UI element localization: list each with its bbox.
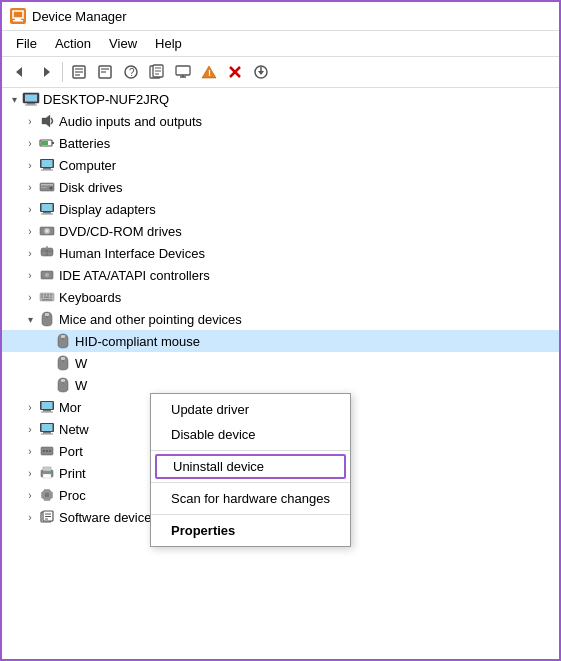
svg-rect-73	[61, 357, 65, 360]
svg-point-87	[49, 450, 51, 452]
tree-node-hid[interactable]: › Human Interface Devices	[2, 242, 559, 264]
svg-rect-38	[42, 160, 53, 167]
svg-rect-62	[47, 294, 49, 296]
device-tree[interactable]: ▾ DESKTOP-NUF2JRQ › Audio inp	[2, 88, 559, 659]
printers-expander[interactable]: ›	[22, 465, 38, 481]
menu-file[interactable]: File	[8, 33, 45, 54]
svg-rect-35	[52, 142, 54, 144]
svg-rect-64	[41, 297, 43, 299]
back-button[interactable]	[8, 60, 32, 84]
audio-icon	[38, 112, 56, 130]
tree-node-keyboards[interactable]: › Keyboards	[2, 286, 559, 308]
svg-rect-78	[43, 410, 51, 412]
keyboard-icon	[38, 288, 56, 306]
menu-view[interactable]: View	[101, 33, 145, 54]
mouse-w2-icon	[54, 376, 72, 394]
svg-rect-19	[176, 66, 190, 75]
svg-rect-46	[42, 204, 53, 211]
tree-node-display[interactable]: › Display adapters	[2, 198, 559, 220]
forward-button[interactable]	[34, 60, 58, 84]
hid-label: Human Interface Devices	[59, 246, 205, 261]
tree-node-ide[interactable]: › IDE ATA/ATAPI controllers	[2, 264, 559, 286]
processors-label: Proc	[59, 488, 86, 503]
monitors-expander[interactable]: ›	[22, 399, 38, 415]
hid-icon	[38, 244, 56, 262]
scan-button[interactable]	[145, 60, 169, 84]
svg-rect-67	[42, 299, 52, 301]
ctx-disable-device[interactable]: Disable device	[151, 422, 350, 447]
svg-point-43	[50, 187, 53, 190]
display-button[interactable]	[171, 60, 195, 84]
ide-icon	[38, 266, 56, 284]
network-expander[interactable]: ›	[22, 421, 38, 437]
svg-rect-40	[41, 170, 53, 171]
mice-expander[interactable]: ▾	[22, 311, 38, 327]
keyboards-label: Keyboards	[59, 290, 121, 305]
ports-expander[interactable]: ›	[22, 443, 38, 459]
computer-icon	[38, 156, 56, 174]
tree-node-mice[interactable]: ▾ Mice and other pointing devices	[2, 308, 559, 330]
title-bar: Device Manager	[2, 2, 559, 31]
mouse-w2-label: W	[75, 378, 87, 393]
svg-rect-83	[41, 434, 53, 435]
tree-root[interactable]: ▾ DESKTOP-NUF2JRQ	[2, 88, 559, 110]
tree-node-batteries[interactable]: › Batteries	[2, 132, 559, 154]
ctx-properties[interactable]: Properties	[151, 518, 350, 543]
ctx-update-driver[interactable]: Update driver	[151, 397, 350, 422]
svg-rect-1	[15, 18, 21, 20]
svg-rect-82	[43, 432, 51, 434]
desktop-icon	[22, 90, 40, 108]
computer-label: Computer	[59, 158, 116, 173]
app-icon	[10, 8, 26, 24]
remove-button[interactable]	[223, 60, 247, 84]
ide-label: IDE ATA/ATAPI controllers	[59, 268, 210, 283]
computer-expander[interactable]: ›	[22, 157, 38, 173]
ctx-scan-hardware[interactable]: Scan for hardware changes	[151, 486, 350, 511]
mice-icon	[38, 310, 56, 328]
tree-node-audio[interactable]: › Audio inputs and outputs	[2, 110, 559, 132]
svg-rect-90	[43, 474, 51, 478]
menu-help[interactable]: Help	[147, 33, 190, 54]
help-button[interactable]: ?	[119, 60, 143, 84]
ctx-separator-3	[151, 514, 350, 515]
printers-icon	[38, 464, 56, 482]
svg-marker-3	[16, 67, 22, 77]
tree-node-hid-mouse[interactable]: › HID-compliant mouse	[2, 330, 559, 352]
battery-icon	[38, 134, 56, 152]
keyboards-expander[interactable]: ›	[22, 289, 38, 305]
download-button[interactable]	[249, 60, 273, 84]
monitors-label: Mor	[59, 400, 81, 415]
dvd-icon	[38, 222, 56, 240]
hid-expander[interactable]: ›	[22, 245, 38, 261]
ctx-uninstall-device[interactable]: Uninstall device	[155, 454, 346, 479]
root-label: DESKTOP-NUF2JRQ	[43, 92, 169, 107]
svg-rect-71	[61, 335, 65, 338]
batteries-expander[interactable]: ›	[22, 135, 38, 151]
svg-marker-27	[258, 71, 264, 75]
svg-rect-75	[61, 379, 65, 382]
tree-node-mouse-w1[interactable]: › W	[2, 352, 559, 374]
software-expander[interactable]: ›	[22, 509, 38, 525]
ide-expander[interactable]: ›	[22, 267, 38, 283]
tree-node-dvd[interactable]: › DVD/CD-ROM drives	[2, 220, 559, 242]
svg-rect-61	[44, 294, 46, 296]
display-expander[interactable]: ›	[22, 201, 38, 217]
menu-action[interactable]: Action	[47, 33, 99, 54]
update-driver-button[interactable]	[93, 60, 117, 84]
disk-expander[interactable]: ›	[22, 179, 38, 195]
tree-node-computer[interactable]: › Computer	[2, 154, 559, 176]
tree-node-disk[interactable]: › Disk drives	[2, 176, 559, 198]
audio-expander[interactable]: ›	[22, 113, 38, 129]
svg-rect-81	[42, 424, 53, 431]
warning-button[interactable]: !	[197, 60, 221, 84]
svg-rect-31	[27, 103, 35, 105]
properties-button[interactable]	[67, 60, 91, 84]
svg-rect-36	[41, 141, 48, 145]
dvd-expander[interactable]: ›	[22, 223, 38, 239]
software-icon	[38, 508, 56, 526]
processors-expander[interactable]: ›	[22, 487, 38, 503]
printers-label: Print	[59, 466, 86, 481]
root-expander[interactable]: ▾	[6, 91, 22, 107]
mouse-w1-icon	[54, 354, 72, 372]
hid-mouse-label: HID-compliant mouse	[75, 334, 200, 349]
